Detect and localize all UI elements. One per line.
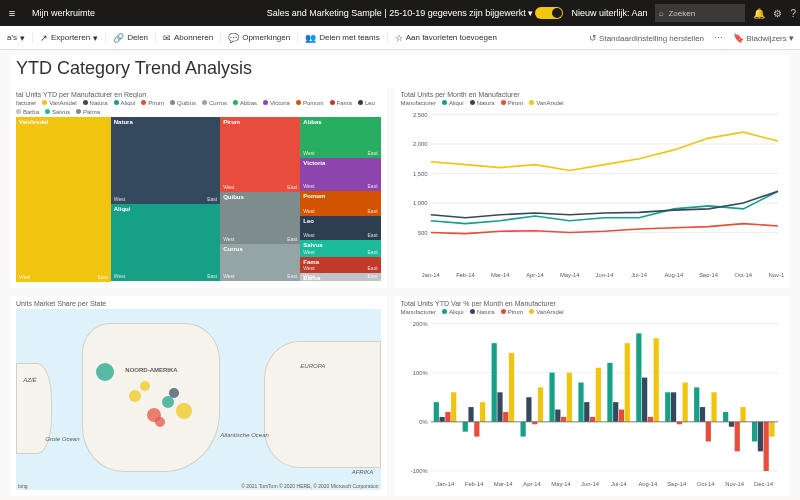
new-look-toggle[interactable] xyxy=(535,7,563,19)
treemap-cell[interactable]: BarbaEastWest xyxy=(300,273,380,281)
reset-default-button[interactable]: ↺ Standaardinstelling herstellen xyxy=(589,33,704,43)
map-bubble[interactable] xyxy=(140,381,150,391)
treemap-cell[interactable]: FamaEastWest xyxy=(300,257,380,273)
menu-icon[interactable]: ≡ xyxy=(0,7,24,19)
treemap-cell[interactable]: VanArsdelEastWest xyxy=(16,117,111,282)
treemap-cell[interactable]: QuibusEastWest xyxy=(220,192,300,244)
svg-text:Sep-14: Sep-14 xyxy=(699,272,719,278)
toolbar-item-favorite[interactable]: ☆Aan favorieten toevoegen xyxy=(388,33,504,43)
visual-title: Total Units YTD Var % per Month en Manuf… xyxy=(401,300,784,307)
toolbar-item-as[interactable]: a's ▾ xyxy=(0,33,33,43)
notifications-icon[interactable]: 🔔 xyxy=(753,8,765,19)
map-label: NOORD-AMERIKA xyxy=(125,367,177,373)
map-label: AZIË xyxy=(23,377,36,383)
svg-rect-45 xyxy=(549,372,554,421)
bar-chart-plot: -100%0%100%200%Jan-14Feb-14Mar-14Apr-14M… xyxy=(401,317,784,491)
report-canvas: YTD Category Trend Analysis tal Units YT… xyxy=(0,50,800,500)
export-icon: ↗ xyxy=(40,33,48,43)
map-label: EUROPA xyxy=(300,363,325,369)
treemap-cell[interactable]: SalvusEastWest xyxy=(300,240,380,256)
land-north-america xyxy=(82,323,221,472)
treemap-visual[interactable]: tal Units YTD per Manufacturer en Region… xyxy=(10,87,387,288)
more-icon[interactable]: ⋯ xyxy=(714,33,723,43)
map-provider: bing xyxy=(18,483,27,489)
chevron-down-icon: ▾ xyxy=(789,33,794,43)
svg-text:Jan-14: Jan-14 xyxy=(436,481,455,487)
treemap-cell[interactable]: CurrusEastWest xyxy=(220,244,300,281)
treemap-cell[interactable]: LeoEastWest xyxy=(300,216,380,241)
svg-text:200%: 200% xyxy=(412,320,428,326)
svg-rect-57 xyxy=(555,409,560,421)
svg-rect-59 xyxy=(613,402,618,422)
search-input[interactable]: ⌕Zoeken xyxy=(655,4,745,22)
chevron-down-icon: ▾ xyxy=(93,33,98,43)
treemap-cell[interactable]: AbbasEastWest xyxy=(300,117,380,158)
svg-rect-60 xyxy=(642,377,647,421)
toolbar-item-export[interactable]: ↗Exporteren ▾ xyxy=(33,33,106,43)
svg-text:Apr-14: Apr-14 xyxy=(526,272,544,278)
svg-text:Jul-14: Jul-14 xyxy=(631,272,648,278)
svg-text:May-14: May-14 xyxy=(560,272,580,278)
svg-text:100%: 100% xyxy=(412,369,428,375)
svg-text:Nov-14: Nov-14 xyxy=(725,481,745,487)
svg-rect-43 xyxy=(491,343,496,422)
report-toolbar: a's ▾ ↗Exporteren ▾ 🔗Delen ✉Abonneren 💬O… xyxy=(0,26,800,50)
map-bubble[interactable] xyxy=(155,417,165,427)
svg-text:1,500: 1,500 xyxy=(413,171,428,177)
svg-text:0%: 0% xyxy=(419,418,428,424)
svg-text:1,000: 1,000 xyxy=(413,200,428,206)
svg-text:Feb-14: Feb-14 xyxy=(456,272,475,278)
svg-rect-56 xyxy=(526,397,531,422)
svg-rect-52 xyxy=(752,421,757,441)
svg-text:-100%: -100% xyxy=(410,468,428,474)
chevron-down-icon[interactable]: ▾ xyxy=(528,8,533,18)
toolbar-item-share-teams[interactable]: 👥Delen met teams xyxy=(298,33,387,43)
help-icon[interactable]: ? xyxy=(790,8,796,19)
svg-rect-88 xyxy=(769,421,774,436)
svg-rect-77 xyxy=(451,392,456,421)
svg-rect-49 xyxy=(665,392,670,421)
map-visual[interactable]: Units Market Share per State AZIË NOORD-… xyxy=(10,296,387,497)
document-title: Sales and Marketing Sample | 25-10-19 ge… xyxy=(267,8,534,18)
svg-text:Feb-14: Feb-14 xyxy=(465,481,484,487)
toolbar-item-share[interactable]: 🔗Delen xyxy=(106,33,156,43)
chevron-down-icon: ▾ xyxy=(20,33,25,43)
treemap-cell[interactable]: VictoriaEastWest xyxy=(300,158,380,191)
treemap-cell[interactable]: AliquiEastWest xyxy=(111,204,220,281)
line-chart-legend: ManufacturerAliquiNaturaPirumVanArsdel xyxy=(401,100,784,106)
line-chart-visual[interactable]: Total Units per Month en Manufacturer Ma… xyxy=(395,87,790,288)
svg-text:Jun-14: Jun-14 xyxy=(581,481,600,487)
svg-rect-55 xyxy=(497,392,502,421)
svg-text:Apr-14: Apr-14 xyxy=(523,481,541,487)
toolbar-item-comments[interactable]: 💬Opmerkingen xyxy=(221,33,298,43)
treemap-legend: facturerVanArsdelNaturaAliquiPirumQuibus… xyxy=(16,100,381,115)
visual-title: Units Market Share per State xyxy=(16,300,381,307)
new-look-label: Nieuw uiterlijk: Aan xyxy=(571,8,647,18)
svg-text:Jul-14: Jul-14 xyxy=(610,481,627,487)
svg-text:Dec-14: Dec-14 xyxy=(754,481,774,487)
svg-rect-78 xyxy=(480,402,485,422)
search-icon: ⌕ xyxy=(659,9,664,18)
workspace-name[interactable]: Mijn werkruimte xyxy=(24,8,103,18)
bookmarks-button[interactable]: 🔖 Bladwijzers ▾ xyxy=(733,33,794,43)
settings-icon[interactable]: ⚙ xyxy=(773,8,782,19)
treemap-cell[interactable]: PirumEastWest xyxy=(220,117,300,192)
svg-text:May-14: May-14 xyxy=(551,481,571,487)
svg-rect-66 xyxy=(474,421,479,436)
bar-chart-visual[interactable]: Total Units YTD Var % per Month en Manuf… xyxy=(395,296,790,497)
svg-rect-67 xyxy=(503,411,508,421)
toolbar-item-subscribe[interactable]: ✉Abonneren xyxy=(156,33,221,43)
svg-rect-41 xyxy=(433,402,438,422)
treemap-cell[interactable]: PomumEastWest xyxy=(300,191,380,216)
svg-rect-64 xyxy=(757,421,762,450)
svg-rect-72 xyxy=(647,416,652,421)
map-label: Grote Ocean xyxy=(45,436,79,442)
svg-rect-46 xyxy=(578,382,583,421)
page-title: YTD Category Trend Analysis xyxy=(16,58,784,79)
svg-rect-62 xyxy=(699,407,704,422)
svg-rect-85 xyxy=(682,382,687,421)
svg-text:Jun-14: Jun-14 xyxy=(595,272,614,278)
treemap-cell[interactable]: NaturaEastWest xyxy=(111,117,220,204)
svg-rect-44 xyxy=(520,421,525,436)
svg-text:Nov-14: Nov-14 xyxy=(768,272,784,278)
